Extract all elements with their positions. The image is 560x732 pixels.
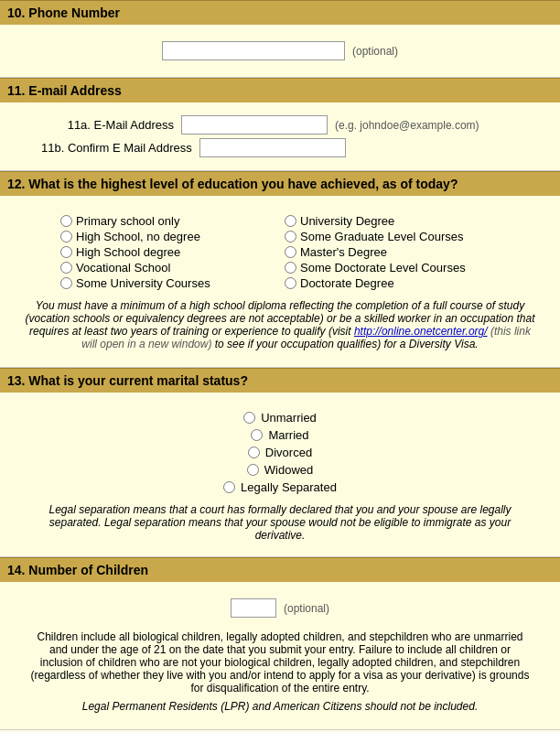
- edu-option-doctorate: Doctorate Degree: [285, 276, 500, 290]
- edu-option-hs-degree: High School degree: [60, 245, 275, 259]
- edu-radio-vocational[interactable]: [60, 262, 72, 274]
- marital-radio-married[interactable]: [251, 429, 263, 441]
- marital-label-married: Married: [268, 428, 308, 442]
- email-a-label: 11a. E-Mail Address: [41, 118, 174, 132]
- section-email-header: 11. E-mail Address: [0, 78, 560, 102]
- marital-option-married: Married: [251, 428, 308, 442]
- marital-label-unmarried: Unmarried: [261, 411, 317, 425]
- email-a-input[interactable]: [181, 115, 328, 135]
- edu-radio-some-grad[interactable]: [285, 231, 296, 242]
- edu-radio-doctorate[interactable]: [285, 277, 296, 289]
- section-marital-body: Unmarried Married Divorced Widowed Legal…: [0, 393, 560, 557]
- children-input-row: (optional): [14, 591, 546, 625]
- edu-label-university: University Degree: [300, 214, 394, 228]
- marital-radio-unmarried[interactable]: [243, 412, 255, 424]
- marital-options-list: Unmarried Married Divorced Widowed Legal…: [14, 411, 546, 494]
- section-phone-header: 10. Phone Number: [0, 0, 560, 25]
- section-children-body: (optional) Children include all biologic…: [0, 582, 560, 730]
- edu-option-hs-no-degree: High School, no degree: [60, 230, 275, 243]
- section-education-body: Primary school only University Degree Hi…: [0, 196, 560, 368]
- edu-option-primary: Primary school only: [60, 214, 275, 228]
- marital-option-unmarried: Unmarried: [243, 411, 317, 425]
- phone-input[interactable]: [162, 41, 345, 60]
- edu-option-university: University Degree: [285, 214, 500, 228]
- email-b-row: 11b. Confirm E Mail Address: [14, 138, 546, 157]
- edu-label-hs-no-degree: High School, no degree: [76, 230, 200, 243]
- lpr-note: Legal Permanent Residents (LPR) and Amer…: [27, 700, 533, 713]
- marital-option-divorced: Divorced: [248, 446, 312, 459]
- edu-radio-primary[interactable]: [60, 215, 72, 227]
- edu-option-some-grad: Some Graduate Level Courses: [285, 230, 500, 243]
- section-education-header: 12. What is the highest level of educati…: [0, 171, 560, 196]
- edu-option-vocational: Vocational School: [60, 261, 275, 274]
- section-marital-header: 13. What is your current marital status?: [0, 368, 560, 393]
- marital-label-widowed: Widowed: [264, 463, 313, 477]
- education-options-grid: Primary school only University Degree Hi…: [60, 214, 500, 290]
- children-input[interactable]: [231, 598, 276, 618]
- edu-label-masters: Master's Degree: [300, 245, 387, 259]
- edu-radio-hs-no-degree[interactable]: [60, 231, 72, 242]
- email-b-label: 11b. Confirm E Mail Address: [41, 141, 192, 155]
- edu-label-some-grad: Some Graduate Level Courses: [300, 230, 463, 243]
- edu-option-masters: Master's Degree: [285, 245, 500, 259]
- edu-radio-hs-degree[interactable]: [60, 246, 72, 258]
- section-email-body: 11a. E-Mail Address (e.g. johndoe@exampl…: [0, 102, 560, 171]
- children-note: Children include all biological children…: [27, 630, 533, 694]
- marital-radio-widowed[interactable]: [247, 464, 259, 476]
- marital-option-legally-separated: Legally Separated: [223, 480, 337, 494]
- edu-option-some-uni: Some University Courses: [60, 276, 275, 290]
- edu-radio-some-doctorate[interactable]: [285, 262, 296, 274]
- marital-option-widowed: Widowed: [247, 463, 313, 477]
- email-b-input[interactable]: [199, 138, 346, 157]
- section-phone-body: (optional): [0, 25, 560, 78]
- marital-label-legally-separated: Legally Separated: [241, 480, 337, 494]
- marital-radio-legally-separated[interactable]: [223, 481, 235, 493]
- education-note: You must have a minimum of a high school…: [23, 299, 537, 350]
- edu-radio-university[interactable]: [285, 215, 296, 227]
- edu-label-primary: Primary school only: [76, 214, 179, 228]
- marital-label-divorced: Divorced: [265, 446, 312, 459]
- marital-radio-divorced[interactable]: [248, 447, 260, 458]
- edu-radio-some-uni[interactable]: [60, 277, 72, 289]
- edu-label-vocational: Vocational School: [76, 261, 170, 274]
- edu-label-some-uni: Some University Courses: [76, 276, 210, 290]
- marital-note: Legal separation means that a court has …: [32, 503, 528, 542]
- phone-optional-label: (optional): [352, 45, 398, 58]
- children-optional-label: (optional): [284, 602, 329, 615]
- edu-option-some-doctorate: Some Doctorate Level Courses: [285, 261, 500, 274]
- edu-label-hs-degree: High School degree: [76, 245, 180, 259]
- education-note-text2: to see if your occupation qualifies) for…: [211, 338, 478, 350]
- email-hint: (e.g. johndoe@example.com): [335, 119, 479, 132]
- edu-radio-masters[interactable]: [285, 246, 296, 258]
- onet-link[interactable]: http://online.onetcenter.org/: [354, 325, 488, 338]
- edu-label-doctorate: Doctorate Degree: [300, 276, 394, 290]
- edu-label-some-doctorate: Some Doctorate Level Courses: [300, 261, 466, 274]
- email-a-row: 11a. E-Mail Address (e.g. johndoe@exampl…: [14, 115, 546, 135]
- section-children-header: 14. Number of Children: [0, 557, 560, 582]
